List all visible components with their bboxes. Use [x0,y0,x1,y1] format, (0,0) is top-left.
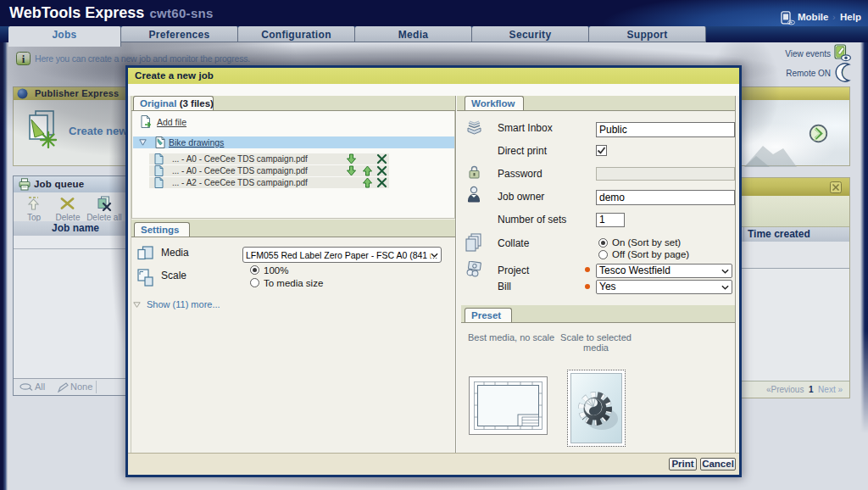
svg-text:i: i [22,53,25,65]
